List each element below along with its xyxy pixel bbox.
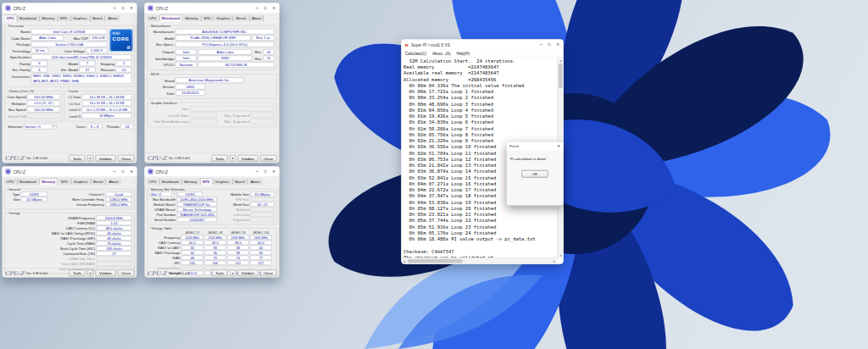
group-title: Timings: [8, 211, 22, 215]
tools-button[interactable]: Tools: [212, 155, 228, 162]
close-icon[interactable]: ✕: [130, 6, 133, 10]
minimize-icon[interactable]: [256, 8, 259, 8]
tab-graphics[interactable]: Graphics: [214, 15, 233, 22]
close-icon[interactable]: ✕: [130, 169, 133, 174]
module-manuf-value: TEAMGROUP Inc.: [177, 202, 217, 208]
tools-dropdown-icon[interactable]: ▼: [230, 155, 236, 162]
tab-spd[interactable]: SPD: [58, 15, 70, 22]
tab-spd[interactable]: SPD: [58, 179, 71, 186]
validate-button[interactable]: Validate: [95, 270, 115, 277]
tab-memory[interactable]: Memory: [39, 178, 58, 186]
tab-bench[interactable]: Bench: [90, 15, 105, 22]
close-button[interactable]: Close: [260, 155, 277, 162]
tab-mainboard[interactable]: Mainboard: [17, 179, 39, 186]
cell: 38: [227, 251, 249, 256]
tab-bench[interactable]: Bench: [232, 179, 248, 186]
slot-select[interactable]: Slot #2▼: [150, 192, 177, 197]
tab-about[interactable]: About: [248, 179, 263, 186]
minimize-icon[interactable]: [256, 171, 259, 172]
tools-dropdown-icon[interactable]: ▼: [87, 155, 93, 162]
tools-button[interactable]: Tools: [70, 155, 86, 162]
maximize-icon[interactable]: [548, 43, 551, 46]
tab-bench[interactable]: Bench: [234, 15, 249, 22]
version-label: Ver. 1.98.0.x64: [26, 271, 47, 275]
scroll-left-icon[interactable]: ◄: [402, 258, 408, 264]
tab-spd[interactable]: SPD: [201, 15, 214, 22]
technology-label: Technology: [8, 48, 31, 53]
model-value: 7: [80, 61, 96, 67]
tab-about[interactable]: About: [106, 179, 120, 186]
tab-graphics[interactable]: Graphics: [70, 15, 90, 22]
close-button[interactable]: Close: [118, 270, 135, 277]
tools-button[interactable]: Tools: [70, 270, 86, 277]
minimize-icon[interactable]: [114, 171, 117, 172]
badge-core-text: CORE: [113, 36, 131, 42]
tab-memory[interactable]: Memory: [183, 15, 201, 22]
minimize-icon[interactable]: [114, 8, 117, 8]
scroll-up-icon[interactable]: ▲: [558, 58, 564, 64]
cpuz-logo: CPU-Z: [147, 270, 167, 277]
spd-ext-value: [251, 197, 275, 202]
tab-graphics[interactable]: Graphics: [213, 179, 232, 186]
tab-cpu[interactable]: CPU: [4, 14, 17, 22]
cell: 40: [250, 246, 272, 251]
gi-max-supported-label: Max. Supported: [219, 119, 250, 124]
timing-value: 2400.8 MHz: [97, 216, 132, 221]
timing-label: Cycle Time (tRAS): [8, 241, 96, 246]
chevron-down-icon: ▼: [52, 125, 55, 130]
horizontal-scrollbar-thumb[interactable]: [408, 259, 463, 263]
close-icon[interactable]: ✕: [557, 144, 560, 148]
l3-label: Level 3: [67, 114, 81, 118]
selection-label: Selection: [6, 125, 23, 129]
jedec9-header: JEDEC #9: [227, 231, 249, 235]
tab-mainboard[interactable]: Mainboard: [159, 14, 182, 22]
close-icon[interactable]: ✕: [272, 6, 275, 10]
cores-value: 8 + 8: [87, 124, 103, 130]
validate-button[interactable]: Validate: [95, 155, 115, 162]
validate-button[interactable]: Validate: [237, 270, 258, 277]
menu-about[interactable]: About...(A): [432, 51, 451, 55]
row-label: Frequency: [150, 235, 181, 240]
module-manuf-label: Module Manuf.: [150, 202, 176, 207]
tab-cpu[interactable]: CPU: [147, 179, 159, 186]
tab-graphics[interactable]: Graphics: [71, 179, 91, 186]
size-label: Size: [8, 197, 20, 202]
maximize-icon[interactable]: [264, 170, 267, 173]
maximize-icon[interactable]: [122, 170, 125, 173]
tab-memory[interactable]: Memory: [181, 179, 199, 186]
type-value: DDR5: [21, 192, 47, 197]
tools-dropdown-icon[interactable]: ▼: [87, 270, 93, 277]
instructions-value: MMX, SSE, SSE2, SSE3, SSSE3, SSE4.1, SSE…: [31, 74, 132, 85]
cpuz-window-mainboard: CPU-Z ✕ CPU Mainboard Memory SPD Graphic…: [144, 3, 280, 163]
close-icon[interactable]: ✕: [272, 169, 275, 174]
maximize-icon[interactable]: [264, 7, 267, 9]
validate-button[interactable]: Validate: [237, 155, 258, 162]
bios-date-value: 11/25/2021: [175, 91, 205, 97]
horizontal-scrollbar[interactable]: ◄ ►: [402, 258, 558, 264]
maximize-icon[interactable]: [122, 7, 125, 9]
tab-about[interactable]: About: [249, 15, 264, 22]
scroll-down-icon[interactable]: ▼: [558, 252, 564, 258]
ok-button[interactable]: OK: [522, 170, 548, 178]
tab-spd[interactable]: SPD: [200, 178, 213, 186]
close-icon[interactable]: ✕: [556, 42, 559, 47]
scroll-right-icon[interactable]: ►: [552, 258, 558, 264]
tab-cpu[interactable]: CPU: [147, 15, 159, 22]
vertical-scrollbar-thumb[interactable]: [559, 64, 563, 88]
tools-button[interactable]: Tools: [212, 270, 228, 277]
revision-label: Revision: [97, 68, 114, 72]
menu-help[interactable]: Help(H): [457, 51, 470, 55]
cell: 77: [250, 256, 272, 261]
minimize-icon[interactable]: [540, 44, 543, 45]
tab-cpu[interactable]: CPU: [4, 179, 17, 186]
tab-mainboard[interactable]: Mainboard: [159, 179, 181, 186]
tab-mainboard[interactable]: Mainboard: [17, 15, 39, 22]
socket-select[interactable]: Socket #1▼: [24, 124, 57, 130]
close-button[interactable]: Close: [260, 270, 277, 277]
tools-dropdown-icon[interactable]: ▼: [230, 270, 236, 277]
tab-memory[interactable]: Memory: [39, 15, 57, 22]
menu-calculate[interactable]: Calculate(C): [405, 51, 426, 55]
close-button[interactable]: Close: [118, 155, 135, 162]
tab-about[interactable]: About: [106, 15, 120, 22]
tab-bench[interactable]: Bench: [91, 179, 106, 186]
